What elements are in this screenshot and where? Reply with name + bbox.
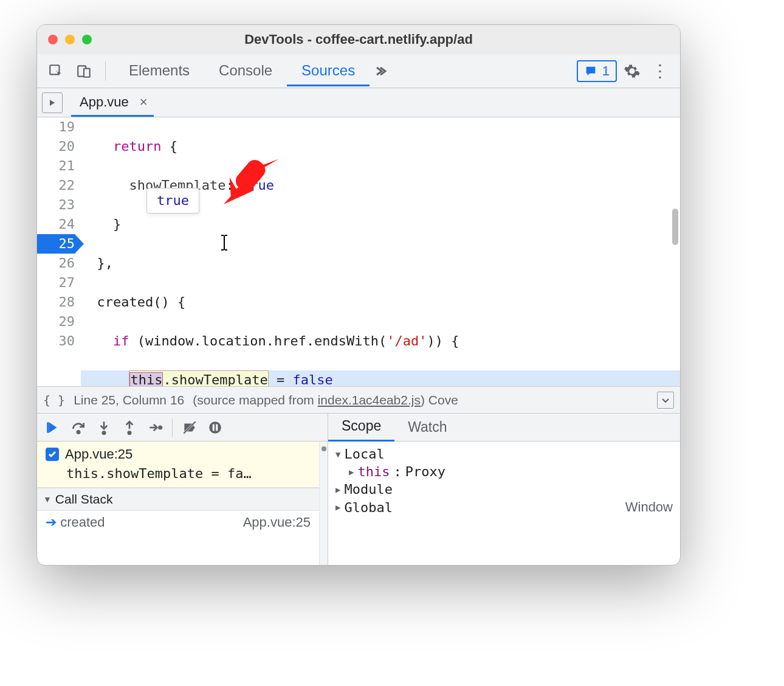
paused-location[interactable]: App.vue:25 bbox=[65, 446, 132, 462]
issues-count: 1 bbox=[602, 63, 610, 79]
sourcemap-info: (source mapped from index.1ac4eab2.js) C… bbox=[193, 393, 458, 407]
scrollbar-thumb[interactable] bbox=[672, 209, 678, 245]
debugger-pane: App.vue:25 this.showTemplate = fa… ▼ Cal… bbox=[37, 413, 680, 565]
svg-point-8 bbox=[159, 426, 162, 428]
window-title: DevTools - coffee-cart.netlify.app/ad bbox=[37, 32, 680, 47]
main-toolbar: Elements Console Sources 1 ⋮ bbox=[37, 54, 680, 88]
paused-snippet: this.showTemplate = fa… bbox=[46, 462, 311, 481]
disclosure-triangle-icon: ▶ bbox=[349, 467, 354, 477]
minimize-window-button[interactable] bbox=[65, 35, 75, 44]
value-tooltip: true bbox=[146, 188, 199, 213]
tab-sources[interactable]: Sources bbox=[287, 56, 370, 86]
text-cursor-icon bbox=[219, 234, 229, 251]
deactivate-breakpoints-button[interactable] bbox=[177, 415, 202, 440]
breakpoint-marker[interactable]: 25 bbox=[37, 234, 75, 254]
disclosure-triangle-icon: ▶ bbox=[335, 502, 340, 512]
sourcemap-link[interactable]: index.1ac4eab2.js bbox=[318, 393, 421, 407]
svg-point-11 bbox=[209, 421, 221, 434]
code-editor[interactable]: 19 20 21 22 23 24 25 26 27 28 29 30 retu… bbox=[37, 117, 680, 386]
debugger-toolbar bbox=[37, 414, 328, 442]
step-over-button[interactable] bbox=[66, 415, 91, 440]
breakpoint-checkbox[interactable] bbox=[46, 448, 59, 461]
kebab-menu-icon[interactable]: ⋮ bbox=[647, 61, 673, 81]
svg-point-5 bbox=[77, 431, 80, 433]
close-window-button[interactable] bbox=[48, 35, 58, 44]
cursor-position: Line 25, Column 16 bbox=[74, 393, 184, 407]
divider bbox=[105, 61, 106, 81]
devtools-window: DevTools - coffee-cart.netlify.app/ad El… bbox=[36, 24, 681, 566]
watch-tab[interactable]: Watch bbox=[394, 414, 460, 441]
inspect-element-icon[interactable] bbox=[43, 58, 69, 84]
svg-point-7 bbox=[128, 431, 131, 434]
file-tab-app-vue[interactable]: App.vue × bbox=[71, 88, 154, 117]
scope-tab[interactable]: Scope bbox=[328, 413, 394, 442]
close-tab-icon[interactable]: × bbox=[135, 94, 153, 110]
step-button[interactable] bbox=[143, 415, 167, 440]
callstack-frame[interactable]: ➔ created App.vue:25 bbox=[37, 511, 319, 530]
disclosure-triangle-icon: ▶ bbox=[335, 485, 340, 494]
current-frame-arrow-icon: ➔ bbox=[46, 514, 57, 530]
line-gutter[interactable]: 19 20 21 22 23 24 25 26 27 28 29 30 bbox=[37, 117, 81, 386]
left-pane-scrollbar[interactable] bbox=[319, 442, 328, 565]
svg-rect-2 bbox=[84, 68, 90, 77]
svg-point-6 bbox=[103, 431, 105, 434]
code-content[interactable]: return { showTemplate: true } }, created… bbox=[81, 117, 680, 386]
callstack-header[interactable]: ▼ Call Stack bbox=[37, 488, 319, 511]
sources-subtabs: App.vue × bbox=[37, 88, 680, 117]
tab-elements[interactable]: Elements bbox=[114, 56, 204, 86]
pause-exceptions-button[interactable] bbox=[203, 415, 227, 440]
titlebar: DevTools - coffee-cart.netlify.app/ad bbox=[37, 25, 680, 54]
editor-statusbar: { } Line 25, Column 16 (source mapped fr… bbox=[37, 386, 680, 413]
file-tab-label: App.vue bbox=[80, 94, 129, 110]
disclosure-triangle-icon: ▼ bbox=[335, 449, 340, 459]
divider bbox=[172, 418, 173, 437]
svg-rect-4 bbox=[47, 422, 49, 432]
more-tabs-icon[interactable] bbox=[370, 64, 396, 78]
issues-button[interactable]: 1 bbox=[577, 60, 617, 82]
maximize-window-button[interactable] bbox=[82, 35, 92, 44]
svg-rect-13 bbox=[216, 424, 218, 431]
paused-message: App.vue:25 this.showTemplate = fa… bbox=[37, 442, 319, 488]
pretty-print-icon[interactable]: { } bbox=[43, 393, 65, 407]
statusbar-dropdown-icon[interactable] bbox=[657, 392, 674, 409]
settings-gear-icon[interactable] bbox=[619, 63, 645, 80]
device-toolbar-icon[interactable] bbox=[71, 58, 97, 84]
step-out-button[interactable] bbox=[117, 415, 142, 440]
scope-tree[interactable]: ▼Local ▶this: Proxy ▶Module ▶GlobalWindo… bbox=[328, 442, 680, 520]
tab-console[interactable]: Console bbox=[204, 56, 287, 86]
resume-button[interactable] bbox=[41, 415, 65, 440]
disclosure-triangle-icon: ▼ bbox=[43, 494, 52, 504]
step-into-button[interactable] bbox=[92, 415, 116, 440]
navigator-toggle-icon[interactable] bbox=[42, 92, 63, 113]
svg-rect-12 bbox=[213, 424, 215, 431]
